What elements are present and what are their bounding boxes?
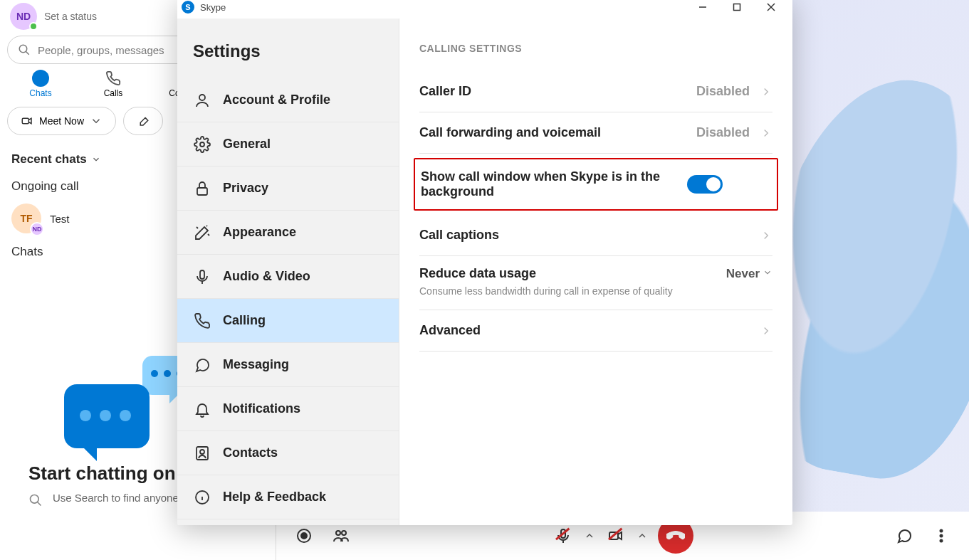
lock-icon bbox=[193, 179, 211, 198]
chevron-right-icon bbox=[760, 229, 772, 242]
tab-chats-label: Chats bbox=[4, 88, 77, 98]
chevron-right-icon bbox=[760, 85, 772, 98]
sidebar-item-notifications[interactable]: Notifications bbox=[177, 387, 399, 431]
skype-logo-icon: S bbox=[182, 1, 194, 14]
sidebar-item-appearance[interactable]: Appearance bbox=[177, 211, 399, 255]
mic-muted-button[interactable] bbox=[552, 525, 574, 546]
status-prompt[interactable]: Set a status bbox=[44, 11, 97, 22]
svg-rect-4 bbox=[22, 118, 28, 124]
svg-point-16 bbox=[941, 540, 943, 542]
sidebar-item-messaging[interactable]: Messaging bbox=[177, 343, 399, 387]
minimize-button[interactable] bbox=[686, 0, 720, 19]
mic-options-button[interactable] bbox=[582, 529, 597, 543]
tab-calls-label: Calls bbox=[77, 88, 150, 98]
chat-bubble-icon bbox=[32, 70, 49, 87]
svg-rect-11 bbox=[561, 529, 565, 538]
people-button[interactable] bbox=[330, 525, 352, 546]
search-placeholder: People, groups, messages bbox=[38, 44, 164, 56]
settings-window: S Skype Settings Account & Profile Gener… bbox=[177, 0, 792, 525]
option-advanced[interactable]: Advanced bbox=[419, 310, 772, 352]
svg-point-15 bbox=[941, 535, 943, 537]
chevron-down-icon bbox=[90, 115, 103, 127]
option-forwarding[interactable]: Call forwarding and voicemail Disabled bbox=[419, 112, 772, 154]
sidebar-item-general[interactable]: General bbox=[177, 122, 399, 167]
gear-icon bbox=[193, 135, 211, 154]
sidebar-item-help[interactable]: Help & Feedback bbox=[177, 475, 399, 519]
video-icon bbox=[21, 115, 33, 127]
new-chat-icon bbox=[137, 115, 150, 127]
svg-rect-24 bbox=[200, 270, 204, 279]
settings-content: CALLING SETTINGS Caller ID Disabled Call… bbox=[399, 19, 792, 525]
sidebar-item-audio-video[interactable]: Audio & Video bbox=[177, 255, 399, 299]
sidebar-item-privacy[interactable]: Privacy bbox=[177, 167, 399, 211]
chevron-right-icon bbox=[760, 127, 772, 139]
tab-chats[interactable]: Chats bbox=[4, 70, 77, 98]
svg-point-5 bbox=[31, 495, 39, 504]
bell-icon bbox=[193, 400, 211, 418]
sidebar-item-calling[interactable]: Calling bbox=[177, 299, 399, 343]
camera-options-button[interactable] bbox=[635, 529, 649, 543]
account-icon bbox=[193, 91, 211, 110]
mini-avatar: ND bbox=[30, 222, 44, 236]
record-button[interactable] bbox=[293, 525, 315, 546]
meet-now-label: Meet Now bbox=[39, 115, 84, 127]
app-name: Skype bbox=[200, 2, 226, 13]
presence-dot-icon bbox=[29, 22, 38, 31]
new-chat-button[interactable] bbox=[123, 107, 163, 135]
mic-icon bbox=[193, 268, 211, 286]
camera-off-button[interactable] bbox=[605, 525, 627, 546]
search-icon bbox=[18, 43, 31, 56]
svg-rect-18 bbox=[734, 4, 740, 11]
settings-sidebar: Settings Account & Profile General Priva… bbox=[177, 19, 399, 525]
close-button[interactable] bbox=[754, 0, 788, 19]
option-caller-id[interactable]: Caller ID Disabled bbox=[419, 71, 772, 112]
svg-rect-23 bbox=[197, 188, 207, 195]
chat-button[interactable] bbox=[894, 525, 915, 546]
phone-icon bbox=[105, 70, 122, 87]
option-call-captions[interactable]: Call captions bbox=[419, 215, 772, 256]
tab-calls[interactable]: Calls bbox=[77, 70, 150, 98]
contact-avatar: TF ND bbox=[11, 204, 41, 233]
wand-icon bbox=[193, 223, 211, 242]
svg-rect-13 bbox=[609, 532, 618, 539]
info-icon bbox=[193, 488, 211, 507]
svg-point-14 bbox=[941, 530, 943, 532]
chevron-down-icon bbox=[91, 154, 101, 164]
contacts-book-icon bbox=[193, 444, 211, 463]
svg-point-10 bbox=[342, 531, 346, 535]
svg-point-9 bbox=[336, 531, 340, 535]
svg-point-22 bbox=[200, 142, 204, 147]
phone-icon bbox=[193, 312, 211, 330]
titlebar: S Skype bbox=[177, 0, 792, 19]
chevron-right-icon bbox=[760, 324, 772, 337]
maximize-button[interactable] bbox=[720, 0, 754, 19]
reduce-data-sub: Consume less bandwidth during call in ex… bbox=[419, 285, 772, 297]
option-reduce-data[interactable]: Reduce data usage Never Consume less ban… bbox=[419, 256, 772, 310]
sidebar-item-contacts[interactable]: Contacts bbox=[177, 431, 399, 475]
svg-line-1 bbox=[26, 51, 29, 55]
svg-line-6 bbox=[38, 502, 41, 506]
svg-point-21 bbox=[199, 95, 205, 100]
svg-point-0 bbox=[19, 45, 27, 53]
chevron-down-icon bbox=[763, 268, 772, 280]
svg-point-8 bbox=[301, 533, 307, 539]
avatar-initials: ND bbox=[16, 11, 31, 22]
sidebar-item-account[interactable]: Account & Profile bbox=[177, 78, 399, 122]
message-icon bbox=[193, 356, 211, 374]
chat-illustration-icon bbox=[28, 349, 192, 455]
more-button[interactable] bbox=[931, 525, 952, 546]
search-icon bbox=[28, 493, 43, 507]
contact-name: Test bbox=[50, 213, 70, 225]
show-call-window-toggle[interactable] bbox=[687, 175, 723, 194]
option-show-call-window[interactable]: Show call window when Skype is in the ba… bbox=[414, 158, 778, 211]
svg-point-27 bbox=[200, 450, 204, 454]
meet-now-button[interactable]: Meet Now bbox=[7, 107, 116, 135]
settings-title: Settings bbox=[177, 19, 399, 78]
calling-header: CALLING SETTINGS bbox=[419, 43, 772, 54]
avatar[interactable]: ND bbox=[10, 3, 37, 30]
